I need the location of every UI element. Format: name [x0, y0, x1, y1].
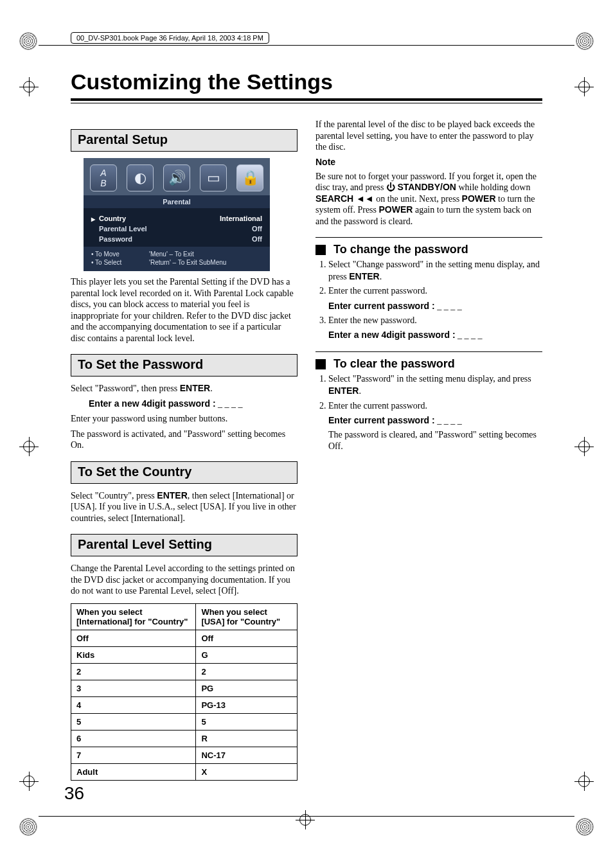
change-password-steps: Select "Change password" in the setting …	[315, 259, 542, 341]
osd-foot-key: To Select	[91, 259, 149, 266]
osd-foot-val: 'Menu' – To Exit	[149, 251, 262, 258]
section-set-password: To Set the Password	[71, 354, 298, 376]
registration-mark-icon	[19, 772, 39, 791]
osd-lock-icon: 🔒	[236, 164, 263, 191]
osd-parental: AB ◐ 🔊 ▭ 🔒 Parental CountryInternational…	[84, 158, 270, 271]
clear-password-steps: Select "Password" in the setting menu di…	[315, 373, 542, 452]
page-title: Customizing the Settings	[71, 69, 542, 94]
registration-mark-icon	[19, 437, 39, 456]
set-password-prompt: Enter a new 4digit password : _ _ _ _	[71, 398, 298, 410]
cropmark-icon	[576, 818, 594, 836]
book-header: 00_DV-SP301.book Page 36 Friday, April 1…	[71, 32, 269, 44]
table-head-usa: When you select [USA] for "Country"	[196, 603, 298, 630]
title-rule	[71, 98, 542, 103]
right-column: If the parental level of the disc to be …	[315, 119, 542, 781]
cropmark-icon	[19, 32, 37, 50]
note-label: Note	[315, 157, 542, 167]
square-bullet-icon	[315, 245, 326, 255]
parental-level-table: When you select [International] for "Cou…	[71, 603, 298, 781]
osd-foot-val: 'Return' – To Exit SubMenu	[149, 259, 262, 266]
parental-level-body: Change the Parental Level according to t…	[71, 563, 298, 597]
list-item: Select "Password" in the setting menu di…	[328, 373, 542, 397]
set-country-body: Select "Country", press ENTER, then sele…	[71, 490, 298, 524]
osd-row: CountryInternational	[91, 213, 262, 224]
list-item: Enter the current password. Enter curren…	[328, 400, 542, 453]
table-row: 7NC-17	[71, 747, 298, 763]
list-item: Enter the current password. Enter curren…	[328, 285, 542, 312]
table-row: 22	[71, 663, 298, 680]
set-password-line3: The password is activated, and "Password…	[71, 429, 298, 451]
table-head-intl: When you select [International] for "Cou…	[71, 603, 196, 630]
registration-mark-icon	[574, 77, 594, 96]
registration-mark-icon	[574, 437, 594, 456]
section-parental-setup: Parental Setup	[71, 129, 298, 152]
page: 00_DV-SP301.book Page 36 Friday, April 1…	[0, 0, 613, 868]
table-row: OffOff	[71, 630, 298, 646]
parental-setup-body: This player lets you set the Parental Se…	[71, 276, 298, 344]
list-item: Enter the new password. Enter a new 4dig…	[328, 315, 542, 341]
set-password-line2: Enter your password using number buttons…	[71, 413, 298, 425]
table-row: 6R	[71, 730, 298, 747]
table-row: 4PG-13	[71, 696, 298, 713]
left-column: Parental Setup AB ◐ 🔊 ▭ 🔒 Parental Count…	[71, 119, 298, 781]
osd-tab-label: Parental	[84, 195, 270, 208]
osd-disc-icon: ◐	[127, 164, 154, 191]
cropmark-icon	[576, 32, 594, 50]
list-item: Select "Change password" in the setting …	[328, 259, 542, 283]
registration-mark-icon	[574, 772, 594, 791]
osd-audio-icon: 🔊	[163, 164, 190, 191]
registration-mark-icon	[19, 77, 39, 96]
square-bullet-icon	[315, 359, 326, 369]
osd-display-icon: ▭	[200, 164, 227, 191]
subsection-clear-password: To clear the password	[315, 351, 542, 371]
subsection-change-password: To change the password	[315, 237, 542, 256]
section-parental-level: Parental Level Setting	[71, 534, 298, 556]
table-row: KidsG	[71, 646, 298, 663]
osd-row: Parental LevelOff	[91, 224, 262, 234]
crop-line	[39, 816, 574, 817]
table-row: 3PG	[71, 680, 298, 696]
table-row: AdultX	[71, 763, 298, 780]
crop-line	[39, 45, 574, 46]
standby-icon: ⏻	[386, 182, 398, 192]
osd-row: PasswordOff	[91, 234, 262, 244]
section-set-country: To Set the Country	[71, 461, 298, 484]
cropmark-icon	[19, 818, 37, 836]
osd-foot-key: To Move	[91, 251, 149, 258]
page-number: 36	[64, 783, 84, 804]
set-password-line1: Select "Password", then press ENTER.	[71, 383, 298, 394]
right-intro: If the parental level of the disc to be …	[315, 119, 542, 153]
note-body: Be sure not to forget your password. If …	[315, 171, 542, 227]
registration-mark-icon	[296, 810, 315, 829]
osd-lang-icon: AB	[90, 164, 117, 191]
table-row: 55	[71, 713, 298, 730]
